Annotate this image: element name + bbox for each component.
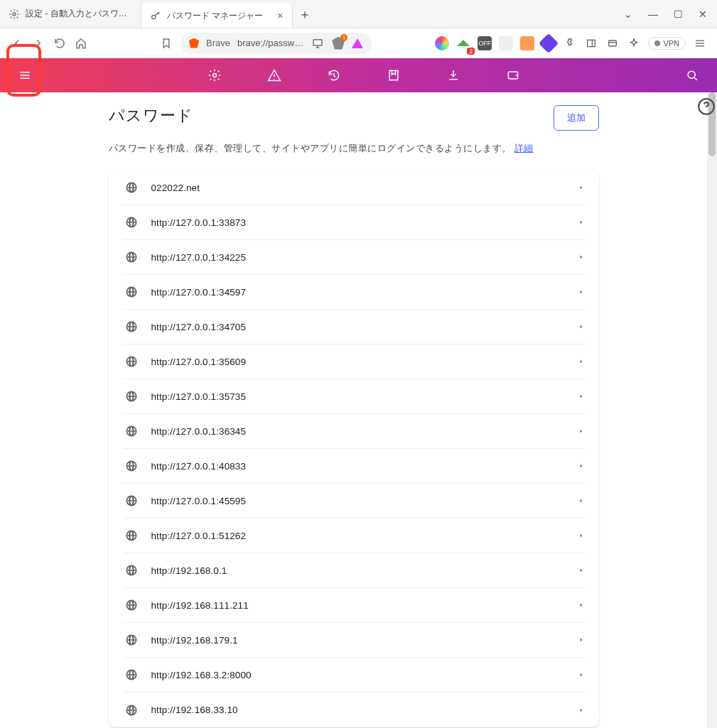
bookmark-icon[interactable]	[159, 36, 173, 50]
globe-icon	[123, 283, 140, 300]
password-row[interactable]: http://127.0.0.1:34705	[123, 310, 585, 344]
svg-rect-4	[609, 40, 617, 46]
password-row[interactable]: http://127.0.0.1:34597	[123, 275, 585, 310]
new-tab-button[interactable]: ＋	[293, 0, 317, 28]
warning-triangle-icon[interactable]	[352, 38, 363, 48]
close-window-button[interactable]: ✕	[699, 9, 707, 20]
chevron-right-icon	[578, 425, 585, 438]
password-row[interactable]: 022022.net	[123, 170, 585, 205]
content-scroll: パスワード 追加 パスワードを作成、保存、管理して、サイトやアプリに簡単にログイ…	[0, 92, 707, 728]
site-label: http://127.0.0.1:35735	[151, 391, 578, 402]
desktop-icon[interactable]	[311, 36, 325, 50]
site-label: http://127.0.0.1:45595	[151, 496, 578, 506]
svg-point-0	[13, 13, 16, 16]
chevron-right-icon	[578, 599, 585, 612]
extension-icon[interactable]	[435, 36, 449, 50]
browser-toolbar: Brave brave://passw… 1 2 OFF VPN	[0, 28, 717, 58]
svg-point-1	[152, 15, 156, 18]
chevron-right-icon	[578, 634, 585, 646]
wallet-ext-icon[interactable]	[605, 36, 620, 50]
learn-more-link[interactable]: 詳細	[514, 143, 534, 153]
extension-badge-count[interactable]: 2	[456, 36, 470, 50]
address-bar[interactable]: Brave brave://passw… 1	[180, 33, 372, 54]
vpn-chip[interactable]: VPN	[648, 37, 686, 50]
password-row[interactable]: http://127.0.0.1:35609	[123, 344, 585, 379]
globe-icon	[123, 214, 140, 231]
extension-icon[interactable]	[539, 33, 559, 53]
site-label: http://127.0.0.1:51262	[151, 531, 578, 541]
scrollbar[interactable]	[707, 92, 717, 728]
vpn-status-dot	[654, 40, 660, 46]
search-icon[interactable]	[684, 67, 701, 84]
key-icon	[150, 10, 161, 21]
tab-password-manager[interactable]: パスワード マネージャー ×	[141, 3, 293, 28]
globe-icon	[123, 666, 140, 683]
chevron-right-icon	[578, 251, 585, 264]
site-label: http://127.0.0.1:36345	[151, 426, 578, 437]
site-label: http://127.0.0.1:34597	[151, 287, 578, 298]
site-label: http://127.0.0.1:34225	[151, 252, 578, 263]
minimize-button[interactable]: —	[648, 9, 658, 20]
chevron-down-icon[interactable]: ⌄	[624, 9, 632, 20]
menu-icon[interactable]	[16, 67, 33, 84]
site-label: 022022.net	[151, 183, 578, 193]
extension-off-badge[interactable]: OFF	[478, 36, 492, 50]
extension-icon[interactable]	[499, 36, 513, 50]
brand-label: Brave	[206, 38, 230, 48]
password-row[interactable]: http://127.0.0.1:34225	[123, 240, 585, 275]
sidepanel-icon[interactable]	[584, 36, 598, 50]
chevron-right-icon	[578, 704, 585, 717]
password-row[interactable]: http://127.0.0.1:51262	[123, 518, 585, 553]
home-button[interactable]	[74, 36, 88, 50]
sparkle-icon[interactable]	[627, 36, 641, 50]
password-row[interactable]: http://127.0.0.1:40833	[123, 449, 585, 484]
reload-button[interactable]	[53, 36, 67, 50]
maximize-button[interactable]: ☐	[674, 9, 683, 20]
extensions-tray: 2 OFF VPN	[435, 36, 707, 50]
tab-settings[interactable]: 設定 - 自動入力とパスワード	[0, 0, 141, 28]
chevron-right-icon	[578, 355, 585, 368]
forward-button[interactable]	[31, 36, 45, 50]
site-label: http://127.0.0.1:35609	[151, 357, 578, 367]
window-controls: ⌄ — ☐ ✕	[614, 0, 717, 28]
svg-rect-2	[313, 39, 322, 45]
wallet-icon[interactable]	[505, 67, 522, 84]
password-row[interactable]: http://192.168.0.1	[123, 553, 585, 588]
site-label: http://192.168.3.2:8000	[151, 670, 578, 680]
globe-icon	[123, 179, 140, 196]
help-icon[interactable]	[697, 97, 716, 116]
globe-icon	[123, 423, 140, 440]
brave-lion-icon[interactable]: 1	[332, 37, 345, 50]
gear-icon[interactable]	[206, 67, 223, 84]
close-tab-icon[interactable]: ×	[277, 10, 283, 21]
password-row[interactable]: http://127.0.0.1:45595	[123, 484, 585, 518]
globe-icon	[123, 527, 140, 544]
page-title: パスワード	[109, 105, 193, 126]
chevron-right-icon	[578, 564, 585, 577]
password-row[interactable]: http://192.168.3.2:8000	[123, 658, 585, 692]
password-row[interactable]: http://127.0.0.1:36345	[123, 414, 585, 449]
warning-triangle-icon[interactable]	[266, 67, 283, 84]
svg-point-8	[688, 71, 695, 78]
password-row[interactable]: http://192.168.33.10	[123, 692, 585, 727]
bookmark-panel-icon[interactable]	[385, 67, 402, 84]
globe-icon	[123, 353, 140, 370]
chevron-right-icon	[578, 494, 585, 507]
hamburger-menu-icon[interactable]	[693, 36, 707, 50]
extension-icon[interactable]	[520, 36, 534, 50]
password-row[interactable]: http://192.168.111.211	[123, 588, 585, 623]
chevron-right-icon	[578, 390, 585, 403]
globe-icon	[123, 457, 140, 474]
add-password-button[interactable]: 追加	[554, 105, 599, 131]
history-icon[interactable]	[325, 67, 343, 84]
globe-icon	[123, 562, 140, 579]
site-label: http://127.0.0.1:34705	[151, 322, 578, 332]
download-icon[interactable]	[445, 67, 462, 84]
puzzle-icon[interactable]	[563, 36, 577, 50]
globe-icon	[123, 597, 140, 614]
back-button[interactable]	[10, 36, 24, 50]
password-row[interactable]: http://127.0.0.1:35735	[123, 379, 585, 414]
svg-rect-6	[389, 70, 398, 80]
password-row[interactable]: http://192.168.179.1	[123, 623, 585, 658]
password-row[interactable]: http://127.0.0.1:33873	[123, 205, 585, 240]
